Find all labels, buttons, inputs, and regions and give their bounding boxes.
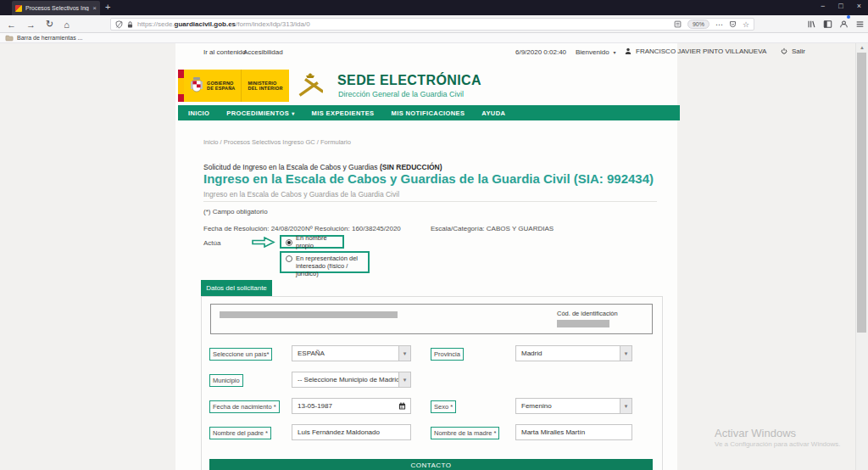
- province-select[interactable]: Madrid ▾: [515, 345, 632, 361]
- close-window-button[interactable]: ×: [857, 2, 861, 10]
- pretitle-bold: (SIN REDUCCIÓN): [380, 163, 442, 171]
- sex-select-value: Femenino: [516, 402, 620, 410]
- form-pretitle: Solicitud de Ingreso en la Escala de Cab…: [203, 163, 442, 171]
- url-path: /form/index/idp/313/ida/0: [236, 20, 310, 28]
- bookmarks-folder-item[interactable]: Barra de herramientas ...: [17, 35, 82, 41]
- accessibility-link[interactable]: Accesibilidad: [243, 48, 283, 56]
- menu-hamburger-icon[interactable]: [855, 20, 865, 29]
- pocket-icon[interactable]: [729, 20, 737, 29]
- chevron-down-icon: ▾: [614, 49, 616, 55]
- country-label: Seleccione un país*: [209, 348, 272, 361]
- nav-procedimientos[interactable]: PROCEDIMIENTOS ▾: [226, 109, 294, 117]
- country-select[interactable]: ESPAÑA ▾: [292, 345, 411, 361]
- zoom-level-button[interactable]: 90%: [687, 20, 709, 29]
- mother-name-input[interactable]: [515, 424, 632, 440]
- maximize-button[interactable]: □: [838, 2, 843, 10]
- scrollbar-up-icon[interactable]: ▲: [859, 45, 865, 51]
- redacted-id-value: [557, 320, 609, 327]
- logout-button[interactable]: Salir: [781, 48, 805, 55]
- divider: [203, 201, 657, 202]
- site-subtitle: Dirección General de la Guardia Civil: [338, 90, 464, 98]
- guardia-civil-emblem-icon: [289, 70, 331, 102]
- power-icon: [781, 48, 787, 55]
- municipality-label: Municipio: [209, 374, 243, 387]
- acts-label: Actúa: [203, 239, 220, 247]
- scale-category: Escala/Categoría: CABOS Y GUARDIAS: [431, 225, 554, 232]
- tab-close-icon[interactable]: ×: [92, 4, 97, 12]
- welcome-menu[interactable]: Bienvenido ▾: [576, 48, 616, 56]
- ministry-logo: MINISTERIODEL INTERIOR: [241, 70, 288, 102]
- nav-inicio[interactable]: INICIO: [188, 109, 209, 117]
- welcome-label: Bienvenido: [576, 48, 609, 56]
- minimize-button[interactable]: −: [821, 2, 825, 10]
- forward-button[interactable]: →: [26, 20, 36, 30]
- tab-datos-solicitante[interactable]: Datos del solicitante: [201, 280, 272, 296]
- url-text[interactable]: https://sede.guardiacivil.gob.es/form/in…: [137, 20, 670, 28]
- home-button[interactable]: ⌂: [64, 20, 70, 30]
- chevron-down-icon[interactable]: ▾: [620, 346, 632, 361]
- resolution-date: Fecha de Resolución: 24/08/2020: [203, 225, 305, 232]
- browser-toolbar: ← → ↻ ⌂ https://sede.guardiacivil.gob.es…: [0, 15, 868, 33]
- province-label: Provincia: [431, 348, 464, 361]
- municipality-select[interactable]: -- Seleccione Municipio de Madrid ▾: [292, 372, 411, 388]
- birthdate-label: Fecha de nacimiento *: [209, 400, 280, 413]
- window-controls: − □ ×: [821, 2, 861, 10]
- browser-tab[interactable]: Procesos Selectivos Ingreso GC ×: [12, 1, 100, 15]
- sidebar-toggle-icon[interactable]: [823, 20, 832, 29]
- radio-representation[interactable]: En representación delinteresado (físico …: [280, 251, 370, 273]
- municipality-select-value: -- Seleccione Municipio de Madrid: [292, 376, 398, 383]
- user-name: FRANCISCO JAVIER PINTO VILLANUEVA: [636, 48, 766, 55]
- scale-value: CABOS Y GUARDIAS: [487, 225, 554, 232]
- breadcrumb[interactable]: Inicio / Procesos Selectivos Ingreso GC …: [203, 138, 351, 146]
- scrollbar-thumb[interactable]: [857, 53, 866, 333]
- skip-to-content-link[interactable]: Ir al contenido: [203, 48, 246, 56]
- folder-icon: [5, 35, 14, 42]
- chevron-down-icon[interactable]: ▾: [398, 372, 410, 387]
- nav-mis-expedientes[interactable]: MIS EXPEDIENTES: [312, 109, 375, 117]
- radio-own-name-label: En nombre propio: [296, 234, 338, 249]
- logged-user: FRANCISCO JAVIER PINTO VILLANUEVA: [625, 48, 766, 55]
- main-nav: INICIO PROCEDIMIENTOS ▾ MIS EXPEDIENTES …: [178, 105, 680, 120]
- reload-button[interactable]: ↻: [46, 19, 53, 30]
- chevron-down-icon[interactable]: ▾: [620, 399, 632, 413]
- site-favicon-icon: [15, 5, 22, 12]
- page-actions-icon[interactable]: ⋯: [715, 20, 723, 29]
- permissions-shield-icon[interactable]: [115, 20, 123, 29]
- browser-tab-bar: Procesos Selectivos Ingreso GC × + − □ ×: [0, 0, 868, 15]
- coat-of-arms-icon: [190, 76, 203, 96]
- site-logo[interactable]: GOBIERNODE ESPAÑA MINISTERIODEL INTERIOR: [178, 70, 331, 102]
- url-domain: guardiacivil.gob.es: [175, 20, 236, 28]
- screen: Procesos Selectivos Ingreso GC × + − □ ×…: [0, 0, 868, 470]
- nav-ayuda[interactable]: AYUDA: [481, 109, 505, 117]
- birthdate-input[interactable]: 13-05-1987: [292, 398, 411, 414]
- calendar-icon[interactable]: [398, 402, 406, 410]
- lock-icon[interactable]: [126, 20, 134, 29]
- radio-unselected-icon[interactable]: [286, 255, 292, 262]
- reader-view-icon[interactable]: [674, 20, 682, 28]
- url-bar[interactable]: https://sede.guardiacivil.gob.es/form/in…: [110, 18, 754, 31]
- resolution-date-label: Fecha de Resolución:: [203, 225, 269, 232]
- user-icon: [625, 48, 632, 55]
- radio-selected-icon[interactable]: [286, 239, 292, 246]
- province-select-value: Madrid: [516, 350, 620, 357]
- resolution-number-value: 160/38245/2020: [352, 225, 401, 232]
- chevron-down-icon[interactable]: ▾: [398, 346, 410, 361]
- ministry-line2: DEL INTERIOR: [248, 86, 282, 92]
- nav-mis-notificaciones[interactable]: MIS NOTIFICACIONES: [392, 109, 465, 117]
- session-datetime: 6/9/2020 0:02:40: [515, 48, 566, 56]
- logout-label: Salir: [792, 48, 805, 55]
- resolution-number-label: Nº Resolución:: [305, 225, 350, 232]
- spain-flag-icon: [178, 70, 184, 102]
- bookmark-star-icon[interactable]: ☆: [743, 20, 749, 29]
- resolution-date-value: 24/08/2020: [271, 225, 305, 232]
- radio-own-name[interactable]: En nombre propio: [280, 235, 344, 249]
- tab-title: Procesos Selectivos Ingreso GC: [25, 5, 89, 11]
- sex-select[interactable]: Femenino ▾: [515, 398, 632, 414]
- library-icon[interactable]: [807, 20, 816, 29]
- father-name-input[interactable]: [292, 424, 411, 440]
- gov-line2: DE ESPAÑA: [207, 86, 235, 92]
- account-icon[interactable]: [839, 17, 849, 32]
- chevron-down-icon: ▾: [292, 110, 294, 116]
- back-button[interactable]: ←: [7, 20, 16, 30]
- new-tab-button[interactable]: +: [105, 2, 110, 12]
